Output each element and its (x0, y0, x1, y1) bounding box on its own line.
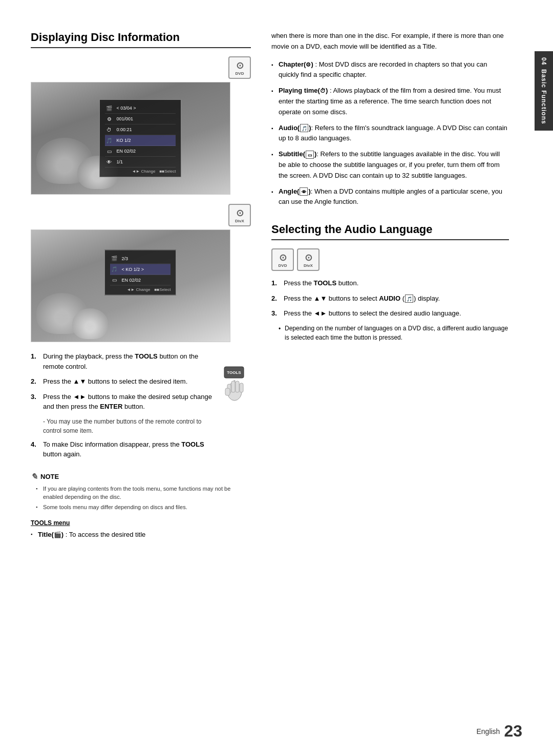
svg-text:TOOLS: TOOLS (227, 370, 241, 375)
osd-row-time: ⏱ 0:00:21 (105, 124, 176, 135)
page-language-label: English (476, 727, 500, 736)
tools-hand-container: TOOLS (220, 366, 251, 404)
svg-rect-6 (236, 381, 239, 392)
osd-row-audio: 🎵 KO 1/2 (105, 135, 176, 146)
divx-disc-icon: ⊙ (236, 207, 244, 219)
title-icon: 🎬 (105, 104, 113, 112)
osd2-audio-icon: 🎵 (110, 265, 118, 273)
svg-rect-5 (231, 381, 235, 392)
bullet-angle: Angle(👁): When a DVD contains multiple a… (271, 186, 509, 208)
note-list: If you are playing contents from the too… (31, 485, 251, 512)
note-title: ✎ NOTE (31, 472, 251, 481)
step-3: 3. Press the ◄► buttons to make the desi… (31, 392, 215, 412)
time-icon: ⏱ (105, 125, 113, 134)
audio-badge-row: ⊙ DVD ⊙ DivX (271, 248, 509, 271)
osd2-row-subtitle: ▭ EN 02/02 (110, 275, 171, 285)
audio-divx-badge: ⊙ DivX (297, 248, 320, 271)
screenshot-1: 🎬 < 03/04 > ⚙ 001/001 ⏱ 0:00:21 🎵 KO 1/2… (31, 82, 230, 195)
subtitle-icon: ▭ (105, 147, 113, 155)
intro-text: when there is more than one in the disc.… (271, 31, 509, 52)
angle-icon: 👁 (105, 158, 113, 166)
osd-row-subtitle: ▭ EN 02/02 (105, 146, 176, 157)
step-4: 4. To make Disc information disappear, p… (31, 439, 215, 459)
osd-footer-1: ◄► Change ■■Select (105, 169, 176, 174)
audio-step-1: 1. Press the TOOLS button. (271, 278, 509, 288)
bullet-playing-time: Playing time(⏱) : Allows playback of the… (271, 86, 509, 117)
audio-divx-icon: ⊙ (305, 252, 312, 263)
step-2: 2. Press the ▲▼ buttons to select the de… (31, 376, 215, 387)
left-column: Displaying Disc Information ⊙ DVD 🎬 < 03… (31, 31, 251, 540)
steps-list: 1. During the playback, press the TOOLS … (31, 351, 215, 465)
divx-badge: ⊙ DivX (228, 204, 251, 226)
tools-hand-icon: TOOLS (220, 366, 251, 402)
audio-icon: 🎵 (105, 136, 113, 144)
svg-rect-8 (225, 388, 230, 395)
osd2-row-audio: 🎵 < KO 1/2 > (110, 264, 171, 275)
chapter-icon: ⚙ (105, 115, 113, 123)
side-tab: 04 Basic Functions (535, 51, 553, 131)
svg-rect-7 (240, 383, 243, 392)
badge-row-2: ⊙ DivX (31, 204, 251, 226)
screenshot-2: 🎬 2/3 🎵 < KO 1/2 > ▭ EN 02/02 ◄► Change … (31, 229, 230, 342)
right-column: when there is more than one in the disc.… (266, 31, 509, 540)
audio-step-3-sub: Depending on the number of languages on … (271, 324, 509, 342)
audio-step-3-sub-item: Depending on the number of languages on … (279, 324, 509, 342)
section-title-disc-info: Displaying Disc Information (31, 31, 251, 48)
osd2-subtitle-icon: ▭ (110, 276, 118, 284)
osd-overlay-2: 🎬 2/3 🎵 < KO 1/2 > ▭ EN 02/02 ◄► Change … (104, 249, 176, 295)
osd-footer-2: ◄► Change ■■Select (110, 287, 171, 291)
page-number-area: English 23 (476, 722, 522, 741)
audio-steps-list: 1. Press the TOOLS button. 2. Press the … (271, 278, 509, 342)
bullet-chapter: Chapter(⚙) : Most DVD discs are recorded… (271, 59, 509, 81)
osd-overlay-1: 🎬 < 03/04 > ⚙ 001/001 ⏱ 0:00:21 🎵 KO 1/2… (99, 99, 181, 177)
tools-menu-item-title: Title(🎬) : To access the desired title (31, 530, 251, 540)
note-item-2: Some tools menu may differ depending on … (36, 503, 251, 512)
bullet-audio: Audio(🎵): Refers to the film's soundtrac… (271, 123, 509, 144)
step-3-note: - You may use the number buttons of the … (43, 417, 215, 435)
badge-row-1: ⊙ DVD (31, 56, 251, 79)
section-audio-language: Selecting the Audio Language ⊙ DVD ⊙ Div… (271, 223, 509, 342)
tools-menu-title: TOOLS menu (31, 519, 251, 527)
osd2-row-title: 🎬 2/3 (110, 253, 171, 264)
section-title-audio: Selecting the Audio Language (271, 223, 509, 240)
steps-area: 1. During the playback, press the TOOLS … (31, 351, 251, 465)
osd2-title-icon: 🎬 (110, 254, 118, 262)
audio-step-3: 3. Press the ◄► buttons to select the de… (271, 308, 509, 319)
chapter-number: 04 (540, 57, 547, 65)
audio-step-2: 2. Press the ▲▼ buttons to select AUDIO … (271, 293, 509, 304)
chapter-title: Basic Functions (540, 69, 547, 124)
step-1: 1. During the playback, press the TOOLS … (31, 351, 215, 371)
osd-row-title: 🎬 < 03/04 > (105, 103, 176, 114)
osd-row-angle: 👁 1/1 (105, 157, 176, 167)
note-section: ✎ NOTE If you are playing contents from … (31, 472, 251, 512)
page-number: 23 (504, 722, 522, 741)
audio-dvd-badge: ⊙ DVD (271, 248, 294, 271)
dvd-badge: ⊙ DVD (228, 56, 251, 79)
osd-row-chapter: ⚙ 001/001 (105, 114, 176, 124)
dvd-disc-icon: ⊙ (236, 60, 244, 71)
note-item-1: If you are playing contents from the too… (36, 485, 251, 501)
bullet-subtitle: Subtitle(▭): Refers to the subtitle lang… (271, 149, 509, 181)
feature-bullet-list: Chapter(⚙) : Most DVD discs are recorded… (271, 59, 509, 208)
note-icon: ✎ (31, 472, 37, 481)
audio-dvd-icon: ⊙ (279, 252, 287, 263)
tools-menu-section: TOOLS menu Title(🎬) : To access the desi… (31, 519, 251, 540)
